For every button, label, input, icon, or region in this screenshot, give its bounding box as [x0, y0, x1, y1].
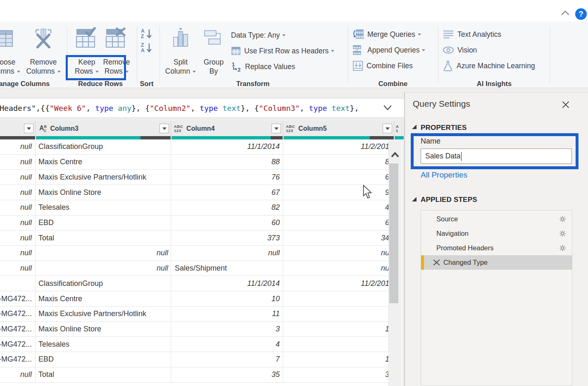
use-first-row-button[interactable]: Use First Row as Headers: [231, 46, 334, 56]
cell[interactable]: null: [0, 139, 36, 154]
cell[interactable]: null: [0, 200, 36, 215]
cell[interactable]: -MG472...: [0, 352, 36, 367]
filter-button[interactable]: [24, 124, 33, 133]
cell[interactable]: null: [0, 185, 36, 200]
remove-columns-button[interactable]: Remove Columns: [25, 27, 62, 76]
cell[interactable]: 4: [283, 200, 394, 215]
scroll-up-icon[interactable]: [390, 151, 400, 160]
table-row[interactable]: null Telesales 82 4: [0, 200, 404, 216]
cell[interactable]: -MG472...: [0, 291, 36, 306]
scrollbar-thumb[interactable]: [389, 163, 398, 303]
cell[interactable]: Maxis Centre: [36, 155, 171, 170]
cell[interactable]: Telesales: [36, 337, 171, 352]
cell[interactable]: 6: [283, 170, 394, 185]
text-analytics-button[interactable]: Text Analytics: [443, 29, 501, 40]
table-row[interactable]: -MG472... Maxis Centre 10: [0, 291, 404, 307]
append-queries-button[interactable]: Append Queries: [352, 45, 425, 55]
properties-collapse-icon[interactable]: [412, 125, 417, 129]
filter-button[interactable]: [271, 124, 281, 133]
cell[interactable]: 11/1/2014: [171, 276, 283, 291]
sort-descending-button[interactable]: Z A: [141, 42, 153, 55]
filter-button[interactable]: [383, 124, 392, 133]
cell[interactable]: null: [0, 216, 36, 230]
cell[interactable]: Sales/Shipment: [171, 261, 283, 276]
cell[interactable]: Telesales: [36, 200, 171, 215]
column-header-column6[interactable]: A1: [394, 121, 404, 136]
merge-queries-button[interactable]: Merge Queries: [352, 29, 421, 40]
cell[interactable]: -MG472...: [0, 307, 36, 321]
cell[interactable]: Maxis Online Store: [36, 185, 171, 200]
cell[interactable]: EBD: [36, 216, 171, 230]
cell[interactable]: 4: [171, 337, 283, 352]
cell[interactable]: 82: [171, 200, 283, 215]
cell[interactable]: nu: [283, 261, 394, 276]
cell[interactable]: 11/1/2014: [171, 139, 283, 154]
group-by-button[interactable]: Group By: [198, 27, 229, 76]
cell[interactable]: 88: [171, 155, 283, 170]
filter-button[interactable]: [159, 124, 169, 133]
close-icon[interactable]: [561, 100, 570, 109]
cell[interactable]: null: [0, 246, 36, 261]
cell[interactable]: null: [36, 246, 171, 261]
table-row[interactable]: null null Sales/Shipment nu: [0, 261, 404, 276]
cell[interactable]: -MG472...: [0, 322, 36, 337]
table-row[interactable]: -MG472... Maxis Online Store 3 1: [0, 322, 404, 337]
table-row[interactable]: null null null nu: [0, 246, 404, 261]
all-properties-link[interactable]: All Properties: [421, 170, 467, 180]
choose-columns-button[interactable]: Choose Columns: [0, 27, 22, 76]
column-header-column3[interactable]: ABC Column3: [36, 121, 171, 136]
formula-bar[interactable]: Headers",{{"Week 6", type any}, {"Column…: [0, 98, 404, 118]
applied-steps-collapse-icon[interactable]: [412, 197, 417, 201]
gear-icon[interactable]: [559, 216, 566, 224]
cell[interactable]: Maxis Online Store: [36, 322, 171, 337]
cell[interactable]: 6: [283, 216, 394, 230]
cell[interactable]: Total: [36, 367, 171, 382]
table-row[interactable]: null Maxis Exclusive Partners/Hotlink 76…: [0, 170, 404, 185]
cell[interactable]: 34: [283, 230, 394, 245]
cell[interactable]: null: [0, 170, 36, 185]
gear-icon[interactable]: [559, 230, 566, 239]
table-row[interactable]: -MG472... Telesales 4: [0, 337, 404, 352]
table-row[interactable]: null Maxis Online Store 67 9: [0, 185, 404, 200]
cell[interactable]: 76: [171, 170, 283, 185]
cell[interactable]: 11/2/201: [283, 276, 394, 291]
cell[interactable]: ClassificationGroup: [36, 276, 171, 291]
cell[interactable]: 9: [283, 185, 394, 200]
step-promoted-headers[interactable]: Promoted Headers: [421, 241, 572, 255]
cell[interactable]: 1: [283, 352, 394, 367]
column-header-column4[interactable]: ABC123 Column4: [171, 121, 283, 136]
data-type-button[interactable]: Data Type: Any: [231, 30, 286, 41]
cell[interactable]: -MG472...: [0, 337, 36, 352]
cell[interactable]: 35: [171, 367, 283, 382]
cell[interactable]: 7: [171, 352, 283, 367]
formula-expand-icon[interactable]: [382, 104, 393, 112]
step-source[interactable]: Source: [421, 212, 572, 226]
cell[interactable]: EBD: [36, 352, 171, 367]
cell[interactable]: Maxis Exclusive Partners/Hotlink: [36, 307, 171, 321]
collapse-ribbon-icon[interactable]: [560, 9, 570, 17]
cell[interactable]: 11: [171, 307, 283, 321]
delete-step-icon[interactable]: [433, 259, 440, 266]
gear-icon[interactable]: [559, 245, 566, 253]
cell[interactable]: [283, 337, 394, 352]
cell[interactable]: 373: [171, 230, 283, 245]
step-navigation[interactable]: Navigation: [421, 226, 572, 241]
table-row[interactable]: -MG472... EBD 7 1: [0, 352, 404, 367]
cell[interactable]: 10: [171, 291, 283, 306]
table-row[interactable]: null Maxis Centre 88 8: [0, 155, 404, 170]
cell[interactable]: ClassificationGroup: [36, 139, 171, 154]
split-column-button[interactable]: Split Column: [164, 27, 197, 76]
table-row[interactable]: null Total 35 3: [0, 367, 404, 383]
cell[interactable]: [0, 276, 36, 291]
cell[interactable]: null: [0, 261, 36, 276]
cell[interactable]: 1: [283, 322, 394, 337]
cell[interactable]: [283, 307, 394, 321]
sort-ascending-button[interactable]: A Z: [141, 28, 153, 41]
cell[interactable]: null: [171, 246, 283, 261]
cell[interactable]: null: [0, 367, 36, 382]
column-header-column5[interactable]: ABC123 Column5: [283, 121, 394, 136]
table-row[interactable]: null ClassificationGroup 11/1/2014 11/2/…: [0, 139, 404, 155]
cell[interactable]: null: [0, 230, 36, 245]
combine-files-button[interactable]: Combine Files: [352, 60, 413, 71]
help-button[interactable]: ?: [575, 8, 587, 20]
